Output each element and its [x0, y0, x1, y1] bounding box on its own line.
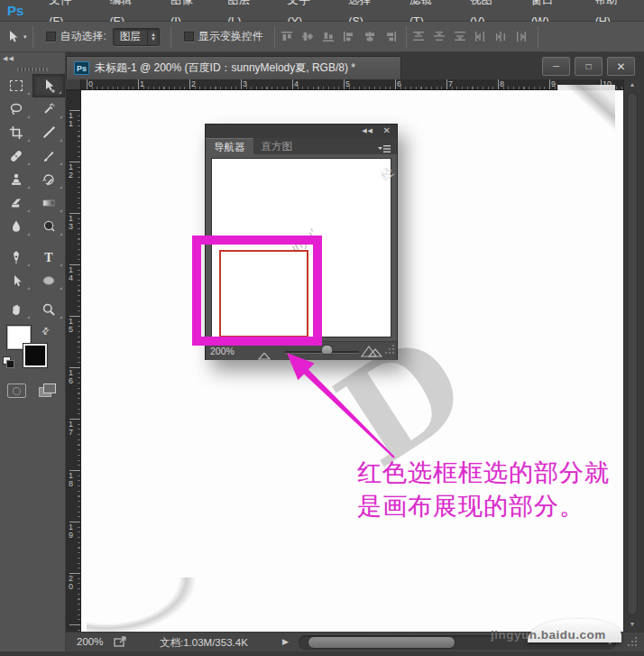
tab-histogram[interactable]: 直方图: [253, 138, 301, 154]
panel-grip[interactable]: [0, 64, 65, 74]
document-icon: Ps: [74, 61, 89, 75]
annotation-text: 红色选框框选的部分就 是画布展现的部分。: [357, 456, 637, 522]
divider: [170, 26, 171, 48]
zoom-level-field[interactable]: 200%: [77, 636, 103, 647]
ruler-number: 1: [140, 79, 191, 88]
lasso-tool[interactable]: [0, 97, 32, 121]
tool-panel: ◀◀ T ⇄: [0, 52, 66, 651]
options-bar: ▾ 自动选择: 图层 ▲▼ 显示变换控件: [0, 22, 644, 52]
zoom-out-mountain-icon[interactable]: [258, 347, 271, 364]
panel-collapse-button[interactable]: ◀◀: [0, 52, 65, 64]
brush-tool[interactable]: [32, 144, 65, 168]
align-icon-group: [281, 31, 397, 42]
ruler-number: 18: [69, 472, 75, 523]
path-selection-tool[interactable]: [0, 269, 32, 292]
quick-mask-button[interactable]: [7, 383, 26, 398]
zoom-tool[interactable]: [32, 298, 65, 321]
mode-buttons: [0, 383, 65, 398]
scroll-up-icon[interactable]: ▲: [624, 81, 640, 88]
horizontal-scrollbar-thumb[interactable]: [308, 636, 455, 649]
app-logo: Ps: [7, 3, 23, 18]
gradient-icon: [41, 196, 56, 210]
align-vertical-centers-icon[interactable]: [301, 31, 314, 42]
ruler-number: 2: [191, 79, 243, 88]
distribute-right-edges-icon[interactable]: [516, 31, 529, 42]
distribute-bottom-edges-icon[interactable]: [454, 31, 466, 42]
clone-stamp-tool[interactable]: [0, 168, 32, 191]
background-color-swatch[interactable]: [23, 344, 47, 367]
pen-tool[interactable]: [0, 245, 32, 269]
magic-wand-tool[interactable]: [32, 97, 65, 121]
gradient-tool[interactable]: [32, 191, 65, 215]
close-button[interactable]: ✕: [607, 57, 635, 76]
distribute-horizontal-centers-icon[interactable]: [495, 31, 508, 42]
history-brush-tool[interactable]: [32, 168, 65, 191]
ruler-corner: [66, 79, 81, 90]
resize-grip-icon[interactable]: [625, 636, 638, 651]
swap-colors-icon[interactable]: ⇄: [39, 325, 51, 337]
annotation-highlight-rectangle: [192, 236, 322, 346]
stepper-icon[interactable]: ▲▼: [147, 29, 159, 45]
distribute-top-edges-icon[interactable]: [412, 31, 425, 42]
vertical-scrollbar-thumb[interactable]: [627, 92, 638, 615]
vertical-ruler-numbers: 11121314151617181920: [69, 112, 75, 626]
align-left-edges-icon[interactable]: [343, 31, 355, 42]
tab-navigator[interactable]: 导航器: [206, 138, 253, 154]
align-horizontal-centers-icon[interactable]: [363, 31, 376, 42]
screen-mode-button[interactable]: [39, 383, 57, 398]
show-transform-checkbox[interactable]: [184, 32, 194, 42]
distribute-left-edges-icon[interactable]: [474, 31, 487, 42]
align-bottom-edges-icon[interactable]: [322, 31, 335, 42]
ruler-number: 8: [500, 79, 551, 88]
distribute-vertical-centers-icon[interactable]: [433, 31, 446, 42]
navigator-zoom-slider-thumb[interactable]: [321, 345, 333, 355]
water-drop-icon: [9, 219, 23, 234]
ruler-number: 16: [69, 369, 75, 420]
maximize-button[interactable]: □: [575, 57, 603, 76]
svg-text:T: T: [44, 251, 53, 264]
minimize-button[interactable]: ─: [542, 57, 570, 76]
navigator-titlebar[interactable]: ◀◀ ✕: [206, 125, 397, 138]
panel-menu-icon[interactable]: [378, 142, 391, 152]
align-right-edges-icon[interactable]: [384, 31, 397, 42]
crop-tool[interactable]: [0, 121, 32, 144]
ruler-number: 7: [448, 79, 500, 88]
align-top-edges-icon[interactable]: [281, 31, 293, 42]
blur-tool[interactable]: [0, 215, 32, 238]
ruler-number: 17: [69, 420, 75, 472]
ruler-number: 12: [69, 163, 75, 215]
panel-collapse-icon[interactable]: ◀◀: [362, 127, 373, 134]
status-menu-arrow-icon[interactable]: ▶: [282, 637, 289, 646]
panel-close-icon[interactable]: ✕: [383, 125, 391, 135]
ruler-number: 13: [69, 215, 75, 266]
dodge-tool[interactable]: [32, 215, 65, 238]
ellipse-shape-tool[interactable]: [32, 269, 65, 292]
navigator-zoom-field[interactable]: 200%: [210, 346, 235, 356]
move-cursor-icon: [6, 30, 21, 44]
type-tool[interactable]: T: [32, 245, 65, 269]
history-brush-icon: [41, 172, 56, 187]
status-flyout-icon[interactable]: [114, 636, 127, 650]
vertical-scrollbar[interactable]: ▲ ▼: [623, 79, 640, 632]
eyedropper-tool[interactable]: [32, 121, 65, 144]
zoom-in-mountain-icon[interactable]: [361, 345, 382, 361]
eraser-tool[interactable]: [0, 191, 32, 215]
document-tab[interactable]: Ps 未标题-1 @ 200% (百度ID：sunnyMelody夏, RGB/…: [66, 56, 401, 79]
hand-tool[interactable]: [0, 298, 32, 321]
auto-select-dropdown[interactable]: 图层 ▲▼: [113, 28, 160, 46]
auto-select-checkbox[interactable]: [46, 32, 56, 42]
color-swatches: ⇄: [0, 326, 65, 373]
photoshop-window: Ps 文件(F)编辑(E)图像(I)图层(L)文字(Y)选择(S)滤镜(T)视图…: [0, 0, 644, 656]
ruler-number: 5: [345, 79, 397, 88]
move-icon: [41, 79, 56, 93]
scroll-down-icon[interactable]: ▼: [624, 621, 640, 627]
ellipse-icon: [41, 273, 56, 288]
navigator-tabs: 导航器 直方图: [206, 138, 397, 154]
move-tool[interactable]: [32, 74, 65, 97]
default-colors-icon[interactable]: [3, 356, 15, 369]
move-tool-preset[interactable]: ▾: [6, 30, 27, 44]
panel-resize-grip-icon[interactable]: [384, 342, 395, 358]
rectangular-marquee-tool[interactable]: [0, 74, 32, 97]
spot-healing-brush-tool[interactable]: [0, 144, 32, 168]
ruler-number: 11: [69, 112, 75, 163]
